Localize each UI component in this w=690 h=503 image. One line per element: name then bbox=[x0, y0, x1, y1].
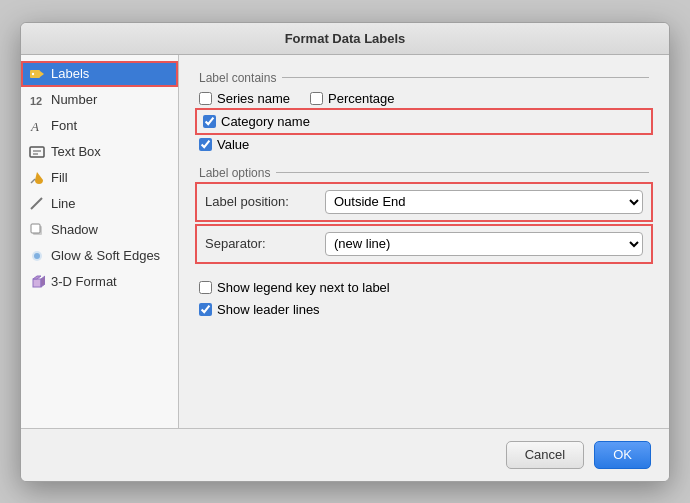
value-checkbox[interactable] bbox=[199, 138, 212, 151]
sidebar-item-number-label: Number bbox=[51, 92, 97, 107]
svg-rect-14 bbox=[33, 279, 41, 287]
format-data-labels-dialog: Format Data Labels Labels 12 bbox=[20, 22, 670, 482]
svg-point-2 bbox=[32, 72, 34, 74]
tag-icon bbox=[29, 66, 45, 82]
textbox-icon bbox=[29, 144, 45, 160]
series-name-label: Series name bbox=[217, 91, 290, 106]
fill-icon bbox=[29, 170, 45, 186]
label-options-title: Label options bbox=[199, 166, 649, 180]
sidebar-item-glow[interactable]: Glow & Soft Edges bbox=[21, 243, 178, 269]
line-icon bbox=[29, 196, 45, 212]
sidebar-item-labels[interactable]: Labels bbox=[21, 61, 178, 87]
category-name-checkbox[interactable] bbox=[203, 115, 216, 128]
percentage-label: Percentage bbox=[328, 91, 395, 106]
svg-marker-1 bbox=[40, 71, 44, 77]
category-name-label: Category name bbox=[221, 114, 310, 129]
label-contains-options: Series name Percentage Category name V bbox=[199, 91, 649, 152]
cancel-button[interactable]: Cancel bbox=[506, 441, 584, 469]
sidebar-item-3dformat-label: 3-D Format bbox=[51, 274, 117, 289]
sidebar-item-line[interactable]: Line bbox=[21, 191, 178, 217]
sidebar-item-textbox[interactable]: Text Box bbox=[21, 139, 178, 165]
svg-marker-16 bbox=[41, 276, 45, 287]
sidebar-item-textbox-label: Text Box bbox=[51, 144, 101, 159]
dialog-body: Labels 12 Number A Font bbox=[21, 55, 669, 428]
svg-point-13 bbox=[34, 253, 40, 259]
dialog-footer: Cancel OK bbox=[21, 428, 669, 481]
dialog-title: Format Data Labels bbox=[21, 23, 669, 55]
sidebar-item-number[interactable]: 12 Number bbox=[21, 87, 178, 113]
sidebar: Labels 12 Number A Font bbox=[21, 55, 179, 428]
sidebar-item-labels-label: Labels bbox=[51, 66, 89, 81]
label-contains-title: Label contains bbox=[199, 71, 649, 85]
shadow-icon bbox=[29, 222, 45, 238]
sidebar-item-font-label: Font bbox=[51, 118, 77, 133]
sidebar-item-fill-label: Fill bbox=[51, 170, 68, 185]
label-contains-section: Label contains Series name Percentage bbox=[199, 71, 649, 152]
show-options-section: Show legend key next to label Show leade… bbox=[199, 280, 649, 317]
3d-icon bbox=[29, 274, 45, 290]
value-label: Value bbox=[217, 137, 249, 152]
svg-line-8 bbox=[31, 179, 35, 183]
value-checkbox-item[interactable]: Value bbox=[199, 137, 649, 152]
leader-lines-checkbox-item[interactable]: Show leader lines bbox=[199, 302, 649, 317]
svg-rect-0 bbox=[30, 70, 40, 78]
leader-lines-checkbox[interactable] bbox=[199, 303, 212, 316]
font-icon: A bbox=[29, 118, 45, 134]
percentage-checkbox[interactable] bbox=[310, 92, 323, 105]
number-icon: 12 bbox=[29, 92, 45, 108]
sidebar-item-font[interactable]: A Font bbox=[21, 113, 178, 139]
sidebar-item-shadow-label: Shadow bbox=[51, 222, 98, 237]
content-area: Label contains Series name Percentage bbox=[179, 55, 669, 428]
glow-icon bbox=[29, 248, 45, 264]
label-position-select[interactable]: Center Inside End Inside Base Outside En… bbox=[325, 190, 643, 214]
sidebar-item-3dformat[interactable]: 3-D Format bbox=[21, 269, 178, 295]
svg-rect-11 bbox=[31, 224, 40, 233]
sidebar-item-glow-label: Glow & Soft Edges bbox=[51, 248, 160, 263]
percentage-checkbox-item[interactable]: Percentage bbox=[310, 91, 395, 106]
series-name-checkbox-item[interactable]: Series name bbox=[199, 91, 290, 106]
separator-select[interactable]: (comma) (semicolon) (period) (new line) … bbox=[325, 232, 643, 256]
label-position-label: Label position: bbox=[205, 194, 315, 209]
category-name-checkbox-item[interactable]: Category name bbox=[199, 112, 649, 131]
separator-label: Separator: bbox=[205, 236, 315, 251]
separator-row: Separator: (comma) (semicolon) (period) … bbox=[199, 228, 649, 260]
svg-line-9 bbox=[31, 198, 42, 209]
series-name-checkbox[interactable] bbox=[199, 92, 212, 105]
label-position-row: Label position: Center Inside End Inside… bbox=[199, 186, 649, 218]
svg-rect-5 bbox=[30, 147, 44, 157]
legend-key-checkbox[interactable] bbox=[199, 281, 212, 294]
label-options-section: Label options Label position: Center Ins… bbox=[199, 166, 649, 260]
legend-key-label: Show legend key next to label bbox=[217, 280, 390, 295]
series-percentage-row: Series name Percentage bbox=[199, 91, 649, 106]
svg-text:A: A bbox=[30, 119, 39, 134]
sidebar-item-fill[interactable]: Fill bbox=[21, 165, 178, 191]
ok-button[interactable]: OK bbox=[594, 441, 651, 469]
svg-text:12: 12 bbox=[30, 95, 42, 107]
sidebar-item-line-label: Line bbox=[51, 196, 76, 211]
leader-lines-label: Show leader lines bbox=[217, 302, 320, 317]
legend-key-checkbox-item[interactable]: Show legend key next to label bbox=[199, 280, 649, 295]
label-options-controls: Label position: Center Inside End Inside… bbox=[199, 186, 649, 260]
sidebar-item-shadow[interactable]: Shadow bbox=[21, 217, 178, 243]
